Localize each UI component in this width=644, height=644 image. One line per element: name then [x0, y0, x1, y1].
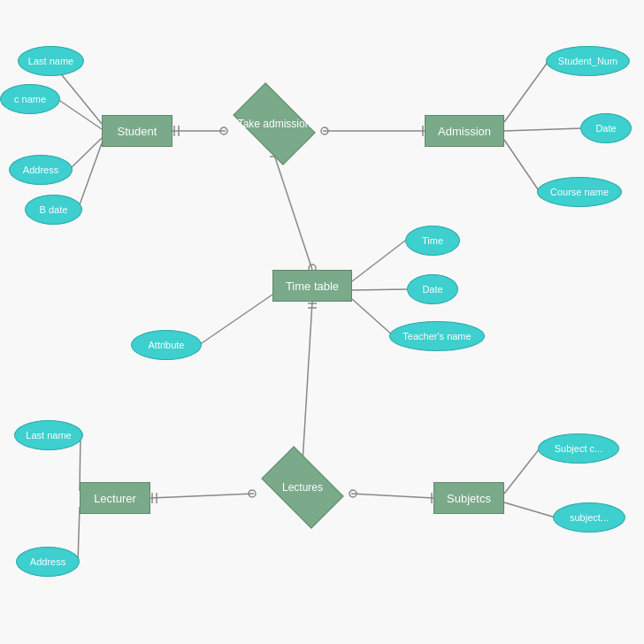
entity-timetable: Time table — [272, 270, 352, 302]
rel-take-admission: Take admission — [226, 99, 323, 148]
attr-address-lecturer: Address — [16, 547, 80, 577]
rel-lectures: Lectures — [254, 463, 351, 511]
attr-last-name-lecturer: Last name — [14, 420, 83, 450]
attr-address-student: Address — [9, 155, 73, 185]
attr-date-timetable: Date — [407, 274, 458, 304]
attr-last-name-student: Last name — [18, 46, 84, 76]
entity-student: Student — [102, 115, 172, 147]
attr-teacher-name: Teacher's name — [389, 321, 485, 351]
attr-attribute: Attribute — [131, 330, 202, 360]
attr-bdate-student: B date — [25, 195, 82, 225]
entity-lecturer: Lecturer — [80, 482, 150, 514]
attr-course-name: Course name — [537, 177, 622, 207]
entity-subjects: Subjetcs — [433, 482, 504, 514]
attr-time-timetable: Time — [405, 226, 460, 256]
attr-date-admission: Date — [580, 113, 632, 143]
entity-admission: Admission — [425, 115, 504, 147]
attr-student-num: Student_Num — [546, 46, 630, 76]
attr-subject-code: Subject c... — [538, 433, 619, 464]
attr-first-name-student: c name — [0, 84, 60, 114]
attr-subject-label: subject... — [553, 502, 625, 533]
